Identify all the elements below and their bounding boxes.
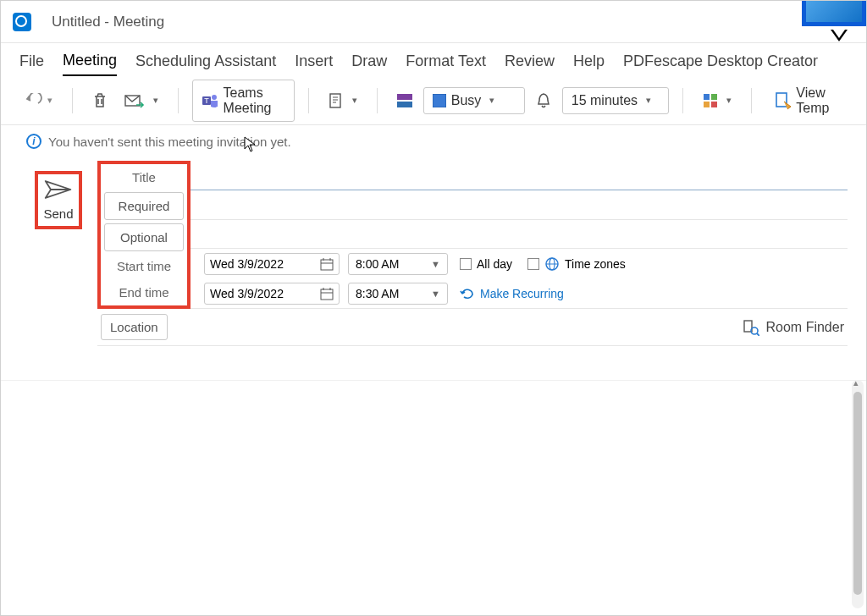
info-bar: i You haven't sent this meeting invitati…: [1, 125, 866, 157]
showas-swatch-icon: [397, 94, 412, 107]
required-field[interactable]: [191, 190, 848, 220]
show-as-dropdown[interactable]: Busy: [423, 87, 525, 114]
svg-rect-9: [397, 102, 412, 107]
end-date-value: Wed 3/9/2022: [210, 287, 284, 300]
vertical-scrollbar[interactable]: [852, 380, 864, 608]
reminder-dropdown[interactable]: 15 minutes: [562, 87, 669, 114]
template-icon: [774, 91, 791, 110]
all-day-label: All day: [477, 257, 512, 271]
categories-icon: [703, 93, 718, 108]
bell-icon: [536, 92, 551, 109]
svg-point-3: [212, 95, 217, 100]
menu-file[interactable]: File: [19, 52, 44, 75]
forward-button[interactable]: [119, 89, 164, 113]
meeting-notes-button[interactable]: [323, 88, 363, 113]
menu-help[interactable]: Help: [573, 52, 605, 75]
svg-rect-10: [433, 94, 446, 107]
menu-bar: File Meeting Scheduling Assistant Insert…: [1, 43, 866, 76]
optional-button[interactable]: Optional: [104, 223, 184, 251]
svg-text:T: T: [204, 96, 209, 105]
message-body[interactable]: [1, 380, 866, 615]
end-time-value: 8:30 AM: [356, 287, 399, 300]
show-as-color-button[interactable]: [391, 90, 418, 112]
label-end-time: End time: [101, 279, 187, 305]
reminder-bell-button[interactable]: [530, 88, 557, 113]
label-start-time: Start time: [101, 253, 187, 279]
checkbox-icon: [460, 258, 472, 270]
checkbox-icon: [527, 258, 539, 270]
svg-line-29: [757, 333, 759, 336]
show-as-label: Busy: [451, 93, 482, 108]
teams-meeting-label: Teams Meeting: [224, 85, 286, 116]
svg-rect-14: [711, 102, 717, 107]
optional-field[interactable]: [191, 220, 848, 250]
label-title: Title: [101, 164, 187, 190]
teams-meeting-button[interactable]: T Teams Meeting: [192, 80, 295, 122]
view-templates-label: View Temp: [796, 85, 838, 116]
location-row: Location Room Finder: [97, 309, 848, 346]
menu-draw[interactable]: Draw: [351, 52, 387, 75]
start-time-value: 8:00 AM: [356, 257, 399, 271]
envelope-arrow-icon: [124, 93, 145, 108]
svg-rect-15: [776, 93, 787, 107]
menu-scheduling[interactable]: Scheduling Assistant: [135, 52, 276, 75]
teams-icon: T: [202, 92, 218, 109]
menu-format[interactable]: Format Text: [406, 52, 486, 75]
svg-rect-23: [321, 289, 333, 300]
scroll-thumb[interactable]: [853, 392, 862, 595]
start-date-picker[interactable]: Wed 3/9/2022: [204, 253, 340, 275]
svg-rect-12: [711, 94, 717, 100]
start-date-value: Wed 3/9/2022: [210, 257, 284, 271]
recurrence-icon: [460, 287, 475, 300]
start-time-picker[interactable]: 8:00 AM ▼: [348, 253, 448, 275]
calendar-icon: [320, 287, 334, 300]
window-title: Untitled - Meeting: [52, 14, 164, 30]
title-bar: Untitled - Meeting: [1, 1, 866, 43]
svg-rect-8: [397, 94, 412, 100]
outlook-icon: [13, 13, 31, 31]
room-finder-icon: [743, 319, 759, 336]
ribbon: ▾ T Teams Meeting: [1, 76, 866, 125]
undo-button[interactable]: ▾: [19, 89, 58, 113]
svg-rect-4: [330, 94, 340, 107]
undo-icon: [25, 93, 42, 108]
view-templates-button[interactable]: View Temp: [765, 80, 848, 122]
make-recurring-label: Make Recurring: [480, 287, 564, 300]
svg-rect-13: [704, 102, 710, 107]
time-zones-checkbox[interactable]: Time zones: [527, 256, 626, 272]
end-time-picker[interactable]: 8:30 AM ▼: [348, 283, 448, 305]
send-button[interactable]: Send: [35, 171, 82, 229]
end-date-picker[interactable]: Wed 3/9/2022: [204, 283, 340, 305]
send-icon: [43, 178, 74, 201]
location-button[interactable]: Location: [101, 314, 168, 340]
info-icon: i: [26, 134, 41, 149]
notes-icon: [329, 92, 344, 109]
busy-swatch-icon: [433, 94, 446, 107]
title-field[interactable]: [191, 161, 848, 190]
all-day-checkbox[interactable]: All day: [460, 257, 512, 271]
categorize-button[interactable]: [697, 89, 737, 113]
time-zones-label: Time zones: [565, 257, 626, 271]
calendar-icon: [320, 257, 334, 271]
reminder-label: 15 minutes: [572, 93, 638, 108]
labels-annotation-box: Title Required Optional Start time End t…: [97, 161, 191, 309]
svg-rect-11: [704, 94, 710, 100]
trash-icon: [92, 92, 108, 109]
room-finder-label: Room Finder: [766, 320, 844, 335]
make-recurring-link[interactable]: Make Recurring: [460, 287, 564, 300]
room-finder-button[interactable]: Room Finder: [743, 319, 844, 336]
info-text: You haven't sent this meeting invitation…: [48, 135, 291, 149]
start-time-row: Wed 3/9/2022 8:00 AM ▼ All day Time zone…: [191, 249, 848, 278]
menu-review[interactable]: Review: [505, 52, 555, 75]
required-button[interactable]: Required: [104, 192, 184, 220]
end-time-row: Wed 3/9/2022 8:30 AM ▼ Make Recurring: [191, 278, 848, 309]
menu-meeting[interactable]: Meeting: [63, 52, 117, 76]
menu-insert[interactable]: Insert: [295, 52, 333, 75]
menu-pdfescape[interactable]: PDFescape Desktop Creator: [623, 52, 818, 75]
send-label: Send: [43, 206, 73, 221]
meeting-form: Send Title Required Optional Start time …: [1, 157, 866, 349]
svg-rect-16: [321, 260, 333, 270]
delete-button[interactable]: [86, 88, 113, 113]
globe-icon: [544, 256, 560, 272]
